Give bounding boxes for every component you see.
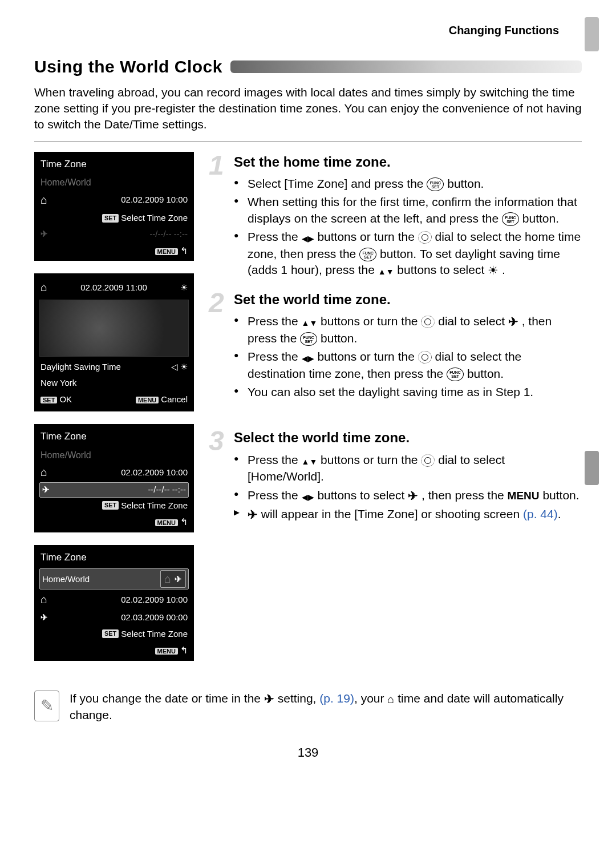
page-number: 139 [34, 744, 582, 761]
screen3-sub: Home/World [39, 448, 189, 463]
left-arrow-icon [302, 488, 308, 504]
func-set-icon: FUNCSET [502, 212, 519, 226]
home-icon [164, 571, 171, 587]
plane-icon [508, 314, 518, 330]
func-set-icon: FUNCSET [447, 368, 464, 381]
up-arrow-icon [302, 453, 310, 469]
step-1-heading: Set the home time zone. [234, 153, 582, 171]
screen1-select-label: Select Time Zone [121, 212, 188, 224]
menu-badge: MENU [155, 519, 178, 526]
step-1-number: 1 [209, 147, 224, 184]
func-set-icon: FUNCSET [300, 332, 317, 346]
down-arrow-icon [309, 453, 317, 469]
screen3-home-date: 02.02.2009 10:00 [53, 467, 188, 478]
right-arrow-icon [308, 229, 314, 245]
plane-icon [264, 691, 274, 707]
divider [34, 141, 582, 142]
screenshots-column: Time Zone Home/World 02.02.2009 10:00 SE… [34, 152, 200, 673]
sun-icon [488, 263, 499, 278]
plane-icon [40, 228, 53, 240]
camera-screen-2: 02.02.2009 11:00 Daylight Saving Time ◁ … [34, 273, 194, 411]
step2-bullet3: You can also set the daylight saving tim… [234, 384, 582, 400]
camera-screen-4: Time Zone Home/World 02.02.2009 10:00 02… [34, 545, 194, 661]
note-text: If you change the date or time in the se… [70, 691, 582, 724]
screen1-title: Time Zone [39, 156, 189, 176]
world-map-graphic [39, 300, 189, 357]
page-ref-44[interactable]: (p. 44) [523, 507, 558, 520]
screen2-cancel: Cancel [161, 394, 188, 404]
camera-screen-1: Time Zone Home/World 02.02.2009 10:00 SE… [34, 152, 194, 261]
set-badge: SET [102, 501, 119, 510]
screen4-select-label: Select Time Zone [121, 628, 188, 640]
step1-bullet2: When setting this for the first time, co… [234, 194, 582, 227]
screen2-date: 02.02.2009 11:00 [80, 282, 147, 293]
screen3-world-date: --/--/-- --:-- [55, 484, 186, 495]
down-arrow-icon [309, 314, 317, 330]
home-icon [40, 592, 53, 607]
title-decor-bar [230, 60, 582, 73]
sun-icon [180, 362, 188, 372]
thumb-tab-shadow [585, 451, 599, 485]
home-icon [40, 192, 53, 208]
right-arrow-icon [308, 488, 314, 504]
menu-badge: MENU [155, 248, 178, 255]
screen2-dst: Daylight Saving Time [40, 361, 121, 373]
dial-icon [421, 454, 435, 467]
step-3-number: 3 [209, 423, 224, 460]
note-box: ✎ If you change the date or time in the … [34, 691, 582, 724]
screen3-select-label: Select Time Zone [121, 500, 188, 511]
dial-icon [418, 351, 432, 364]
step1-bullet3: Press the buttons or turn the dial to se… [234, 229, 582, 279]
note-pencil-icon: ✎ [34, 691, 59, 721]
page-title-text: Using the World Clock [34, 55, 222, 79]
down-arrow-icon [386, 263, 394, 278]
step3-bullet3: will appear in the [Time Zone] or shooti… [234, 506, 582, 523]
set-badge: SET [102, 214, 119, 223]
page-edge-shadow [585, 17, 599, 51]
menu-word: MENU [508, 490, 540, 502]
left-arrow-icon [302, 349, 308, 365]
up-arrow-icon [378, 263, 386, 278]
home-icon [387, 691, 394, 707]
step2-bullet1: Press the buttons or turn the dial to se… [234, 313, 582, 346]
camera-screen-3: Time Zone Home/World 02.02.2009 10:00 --… [34, 424, 194, 532]
step3-bullet2: Press the buttons to select , then press… [234, 487, 582, 504]
screen2-ok: OK [59, 394, 72, 404]
screen2-city: New York [40, 377, 76, 389]
func-set-icon: FUNCSET [427, 177, 444, 191]
section-header: Changing Functions [34, 23, 582, 38]
plane-icon [248, 507, 258, 523]
func-set-icon: FUNCSET [359, 248, 376, 261]
step2-bullet2: Press the buttons or turn the dial to se… [234, 349, 582, 382]
left-arrow-icon [302, 229, 308, 245]
right-arrow-icon [308, 349, 314, 365]
screen3-title: Time Zone [39, 428, 189, 448]
plane-icon [42, 484, 55, 495]
dial-icon [418, 231, 432, 244]
home-icon [40, 465, 53, 480]
plane-icon [175, 574, 182, 585]
intro-paragraph: When traveling abroad, you can record im… [34, 84, 582, 133]
up-arrow-icon [302, 314, 310, 330]
menu-badge: MENU [155, 648, 178, 655]
step-2-heading: Set the world time zone. [234, 290, 582, 309]
page-title: Using the World Clock [34, 55, 582, 79]
screen4-sub: Home/World [42, 574, 90, 585]
screen4-world-date: 02.03.2009 00:00 [53, 612, 188, 623]
steps-column: 1 Set the home time zone. Select [Time Z… [213, 152, 582, 673]
plane-icon [40, 612, 53, 623]
plane-icon [408, 488, 418, 504]
screen1-home-date: 02.02.2009 10:00 [53, 194, 188, 205]
screen4-title: Time Zone [39, 549, 189, 569]
sun-icon [180, 282, 188, 293]
page-ref-19[interactable]: (p. 19) [319, 692, 354, 705]
screen4-home-date: 02.02.2009 10:00 [53, 594, 188, 605]
step-3: 3 Select the world time zone. Press the … [213, 429, 582, 523]
step-2-number: 2 [209, 285, 224, 322]
step3-bullet1: Press the buttons or turn the dial to se… [234, 452, 582, 485]
step1-bullet1: Select [Time Zone] and press the FUNCSET… [234, 176, 582, 192]
step-2: 2 Set the world time zone. Press the but… [213, 290, 582, 401]
set-badge: SET [102, 629, 119, 638]
home-icon [40, 280, 47, 295]
step-3-heading: Select the world time zone. [234, 429, 582, 447]
